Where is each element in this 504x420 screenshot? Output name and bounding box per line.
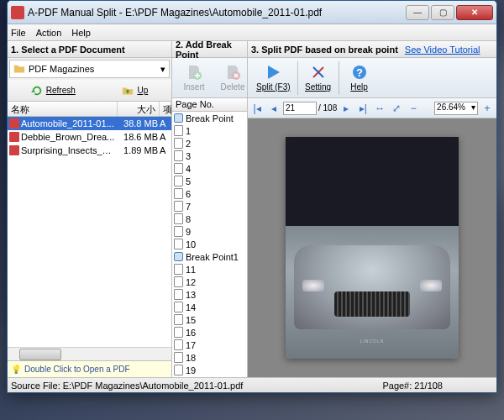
zoom-out-button[interactable]: − [406,101,421,116]
page-icon [174,213,183,224]
bulb-icon: 💡 [11,365,21,374]
next-page-button[interactable]: ▸ [339,101,354,116]
statusbar: Source File: E:\PDF Magazines\Automobile… [8,377,496,392]
help-icon: ? [351,64,368,81]
horizontal-scrollbar[interactable] [8,347,171,360]
zoom-in-button[interactable]: + [480,101,495,116]
up-button[interactable]: Up [117,83,153,98]
breakpoint-row[interactable]: Break Point [172,112,247,124]
preview-area[interactable]: LINCOLN [248,118,496,377]
preview-ad-text: LINCOLN [286,339,459,344]
breakpoint-list-header: Page No. [172,98,247,112]
first-page-button[interactable]: |◂ [249,101,265,116]
file-size: 38.8 MB [118,118,158,129]
breakpoint-row[interactable]: Break Point1 [172,250,247,263]
help-button[interactable]: ? Help [341,62,378,93]
page-input[interactable] [283,102,317,115]
folder-dropdown[interactable]: PDF Magazines ▾ [9,60,170,78]
page-icon [174,264,183,275]
prev-page-button[interactable]: ◂ [266,101,281,116]
folder-icon [13,63,25,75]
col-type[interactable]: 项 [160,102,171,116]
page-icon [174,176,183,186]
menubar: File Action Help [8,24,496,41]
fit-page-button[interactable]: ⤢ [389,101,404,116]
minimize-button[interactable]: — [406,5,429,20]
hint-bar: 💡 Double Click to Open a PDF [8,360,171,377]
file-type: A [160,145,170,155]
zoom-select[interactable]: 26.64% [434,102,478,115]
menu-file[interactable]: File [11,28,26,38]
menu-action[interactable]: Action [36,28,62,38]
page-icon [174,125,183,136]
file-name: Debbie_Brown_Drea... [21,132,116,142]
row-label: 19 [186,365,196,375]
close-button[interactable]: ✕ [456,5,493,20]
file-row[interactable]: Debbie_Brown_Drea... 18.6 MB A [8,130,171,144]
page-row[interactable]: 4 [172,162,247,175]
play-icon [265,64,281,81]
file-list[interactable]: Automobile_2011-01... 38.8 MB A Debbie_B… [8,117,171,347]
page-row[interactable]: 11 [172,263,247,276]
folder-name: PDF Magazines [29,64,94,74]
last-page-button[interactable]: ▸| [355,101,370,116]
delete-icon [224,64,241,81]
setting-button[interactable]: Setting [300,62,337,93]
file-size: 18.6 MB [118,132,158,142]
refresh-button[interactable]: Refresh [26,83,81,98]
page-icon [174,339,183,350]
page-icon [174,188,183,199]
breakpoint-list[interactable]: Break Point 1 2 3 4 5 6 7 8 9 10 Break P… [172,112,247,377]
page-row[interactable]: 8 [172,213,247,225]
file-list-header: 名称 大小 项 [8,102,171,117]
file-size: 1.89 MB [118,145,158,155]
col-size[interactable]: 大小 [118,102,160,116]
status-page: Page#: 21/108 [382,381,443,391]
panel2-header: 2. Add Break Point [172,41,247,58]
delete-button[interactable]: Delete [214,62,251,93]
page-icon [174,365,183,375]
file-row[interactable]: Surprising_Insects_M... 1.89 MB A [8,144,171,157]
page-row[interactable]: 10 [172,238,247,250]
page-row[interactable]: 5 [172,175,247,187]
page-icon [174,150,183,161]
row-label: 10 [186,239,196,249]
row-label: 2 [186,139,191,149]
titlebar[interactable]: A-PDF Manual Split - E:\PDF Magazines\Au… [8,1,496,24]
page-row[interactable]: 2 [172,137,247,150]
insert-button[interactable]: Insert [176,62,213,93]
page-row[interactable]: 1 [172,124,247,137]
page-row[interactable]: 3 [172,150,247,162]
row-label: 13 [186,290,196,300]
breakpoint-icon [174,252,183,261]
pdf-icon [9,132,19,142]
page-row[interactable]: 18 [172,351,247,364]
tutorial-link[interactable]: See Video Tutorial [405,45,480,55]
row-label: 12 [186,277,196,287]
page-row[interactable]: 16 [172,326,247,339]
file-name: Automobile_2011-01... [21,118,116,129]
row-label: 7 [186,202,191,212]
maximize-button[interactable]: ▢ [431,5,454,20]
page-row[interactable]: 13 [172,288,247,301]
page-row[interactable]: 14 [172,301,247,313]
page-icon [174,314,183,325]
page-row[interactable]: 19 [172,364,247,376]
page-row[interactable]: 15 [172,313,247,326]
menu-help[interactable]: Help [71,28,91,38]
page-row[interactable]: 6 [172,187,247,200]
page-row[interactable]: 17 [172,339,247,351]
page-icon [174,163,183,174]
page-row[interactable]: 12 [172,276,247,288]
app-icon [11,6,24,19]
page-row[interactable]: 7 [172,200,247,213]
page-icon [174,239,183,249]
col-name[interactable]: 名称 [8,102,118,116]
fit-width-button[interactable]: ↔ [372,101,387,116]
row-label: 16 [186,328,196,338]
file-row[interactable]: Automobile_2011-01... 38.8 MB A [8,117,171,130]
file-name: Surprising_Insects_M... [21,145,116,155]
split-button[interactable]: Split (F3) [251,62,296,93]
pdf-icon [9,118,19,129]
page-row[interactable]: 9 [172,225,247,238]
